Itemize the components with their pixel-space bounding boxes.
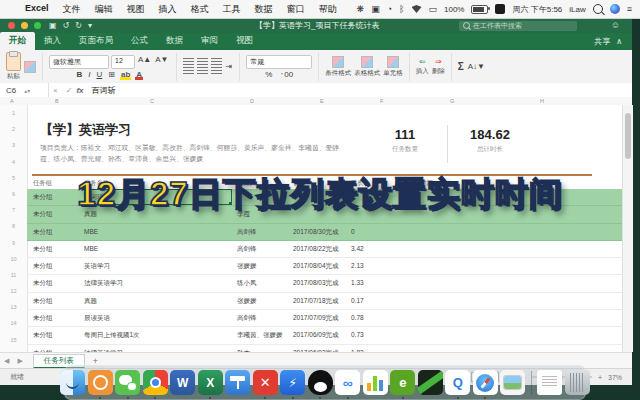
align-bottom-icon[interactable] (211, 58, 222, 66)
name-box[interactable]: C6▴▾ (0, 83, 49, 97)
gallery-icon[interactable]: ▣ (371, 5, 380, 14)
table-row[interactable]: 未分组 晨读英语 高剑锋 2017/07/09完成 0.78 (27, 310, 622, 327)
cell-hours[interactable]: 2.13 (351, 258, 391, 274)
customize-toolbar-icon[interactable]: ▾ (88, 21, 92, 30)
dock-app-icon[interactable]: ∞ (335, 370, 360, 395)
redo-icon[interactable]: ↻ (75, 21, 82, 30)
dock-app-icon[interactable] (308, 370, 333, 395)
cell-owner[interactable]: 孙杰 (237, 345, 291, 352)
cell-hours[interactable]: 1.33 (351, 275, 391, 291)
delete-cells-icon[interactable]: ⇒ (435, 57, 442, 66)
column-letter[interactable]: E (320, 98, 324, 104)
format-as-table-label[interactable]: 表格格式 (354, 69, 380, 78)
dock-app-icon[interactable]: W (170, 370, 195, 395)
grow-font-button[interactable]: A▲ (137, 55, 152, 69)
ribbon-tab[interactable]: 插入 (35, 32, 70, 50)
dock-app-icon[interactable] (143, 370, 168, 395)
spotlight-icon[interactable] (593, 4, 603, 14)
cell-hours[interactable]: 0.78 (351, 310, 391, 326)
menu-item[interactable]: Excel (18, 3, 56, 16)
column-letter[interactable]: F (380, 98, 383, 104)
cell-group[interactable]: 未分组 (33, 275, 81, 291)
dock-app-icon[interactable] (115, 370, 140, 395)
insert-cells-label[interactable]: 插入 (416, 67, 429, 76)
cell-name[interactable]: 英语学习 (84, 258, 232, 274)
table-row[interactable]: 未分组 英语学习 张媛媛 2017/08/04完成 2.13 (27, 258, 622, 275)
menu-item[interactable]: 窗口 (280, 3, 312, 16)
input-source-label[interactable]: iLaw (569, 5, 585, 14)
sort-filter-icon[interactable]: A↓▼ (467, 62, 486, 71)
share-button[interactable]: 共享 (594, 36, 610, 47)
conditional-format-label[interactable]: 条件格式 (325, 69, 351, 78)
wrap-text-icon[interactable]: ⇥ (225, 62, 234, 71)
zoom-in-button[interactable]: + (598, 374, 602, 381)
row-number[interactable]: 14 (0, 315, 27, 331)
cell-status[interactable]: 2017/07/18完成 (293, 293, 349, 309)
dock-app-icon[interactable] (500, 370, 525, 395)
cell-hours[interactable]: 3.42 (351, 241, 391, 257)
display-icon[interactable]: ▭ (429, 5, 438, 14)
documents-stack-icon[interactable] (537, 370, 562, 395)
cell-owner[interactable]: 李曦茵、张媛媛 (237, 327, 291, 343)
cell-owner[interactable]: 高剑锋 (237, 224, 291, 240)
ribbon-tab[interactable]: 开始 (0, 32, 35, 50)
percent-style-icon[interactable]: % (264, 70, 273, 79)
siri-icon[interactable] (610, 4, 620, 14)
dock-app-icon[interactable] (363, 370, 388, 395)
comma-style-icon[interactable]: ᛫00 (278, 70, 294, 79)
column-letter[interactable]: H (540, 98, 544, 104)
wifi-icon[interactable] (412, 5, 422, 13)
ribbon-tab[interactable]: 公式 (122, 32, 157, 50)
vertical-scrollbar[interactable] (622, 105, 633, 352)
cell-name[interactable]: MBE (84, 224, 232, 240)
cell-name[interactable]: MBE (84, 241, 232, 257)
column-letter[interactable]: D (250, 98, 254, 104)
row-number[interactable]: 11 (0, 267, 27, 283)
font-size-select[interactable]: 12 (111, 55, 135, 69)
cell-name[interactable]: 每周日上传视频1次 (84, 327, 232, 343)
borders-icon[interactable]: ⊞ (107, 70, 116, 79)
cell-status[interactable]: 2017/08/04完成 (293, 258, 349, 274)
align-top-icon[interactable] (183, 58, 194, 66)
cell-group[interactable]: 未分组 (33, 258, 81, 274)
ribbon-tab[interactable]: 数据 (157, 32, 192, 50)
align-left-icon[interactable] (183, 67, 194, 75)
cell-group[interactable]: 未分组 (33, 327, 81, 343)
format-painter-icon[interactable] (24, 61, 36, 73)
cell-group[interactable]: 未分组 (33, 224, 81, 240)
save-icon[interactable]: ▣ (49, 21, 57, 30)
row-number[interactable]: 15 (0, 332, 27, 348)
font-color-icon[interactable]: A (135, 70, 143, 79)
cell-styles-label[interactable]: 单元格 (383, 69, 403, 78)
italic-button[interactable]: I (87, 70, 91, 79)
scrollbar-thumb[interactable] (625, 113, 631, 159)
row-number[interactable]: 9 (0, 235, 27, 251)
trash-icon[interactable] (565, 370, 590, 395)
dock-app-icon[interactable]: X (198, 370, 223, 395)
table-row[interactable]: 未分组 法律英语学习 孙杰 2017/06/03完成 1.83 (27, 345, 622, 352)
cell-group[interactable]: 未分组 (33, 293, 81, 309)
row-number[interactable]: 2 (0, 121, 27, 137)
undo-icon[interactable]: ↺ (63, 21, 70, 30)
cancel-entry-icon[interactable]: × (49, 86, 62, 95)
cell-status[interactable]: 2017/07/09完成 (293, 310, 349, 326)
align-middle-icon[interactable] (197, 58, 208, 66)
cell-owner[interactable]: 练小凤 (237, 275, 291, 291)
insert-function-icon[interactable]: fx (76, 86, 83, 95)
row-number[interactable]: 12 (0, 283, 27, 299)
row-number[interactable]: 4 (0, 154, 27, 170)
column-letter[interactable]: C (150, 98, 154, 104)
menu-item[interactable]: 视图 (120, 3, 152, 16)
dock-app-icon[interactable]: ✕ (253, 370, 278, 395)
ribbon-tab[interactable]: 页面布局 (70, 32, 122, 50)
input-method-icon[interactable]: ❋ (357, 5, 365, 14)
dock-app-icon[interactable]: Q (445, 370, 470, 395)
table-row[interactable]: 未分组 真题 张媛媛 2017/07/18完成 0.17 (27, 293, 622, 310)
menu-item[interactable]: 插入 (152, 3, 184, 16)
row-number[interactable]: 8 (0, 218, 27, 234)
column-letter[interactable]: G (450, 98, 454, 104)
formula-bar-value[interactable]: 百词斩 (84, 85, 116, 96)
notification-center-icon[interactable]: ≡ (627, 5, 632, 14)
row-number[interactable]: 3 (0, 137, 27, 153)
font-name-select[interactable]: 微软雅黑 (49, 55, 109, 69)
